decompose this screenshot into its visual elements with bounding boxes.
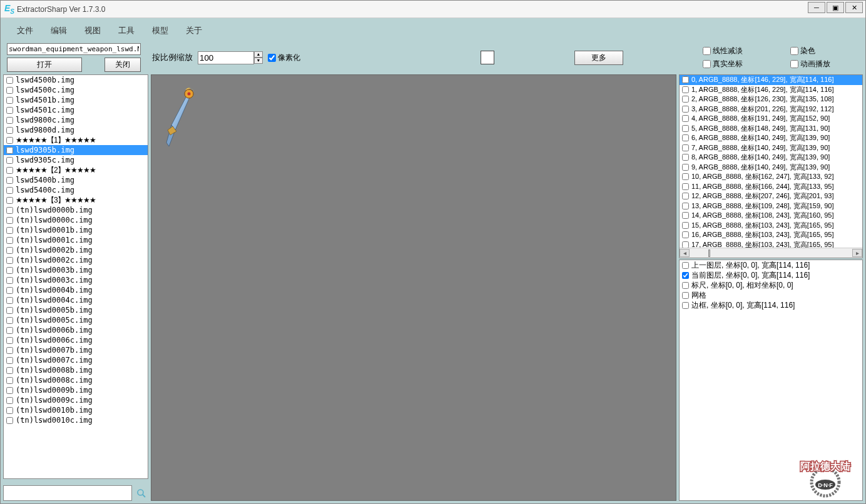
file-checkbox[interactable]: [6, 397, 13, 404]
file-checkbox[interactable]: [6, 167, 13, 174]
frame-row[interactable]: 2, ARGB_8888, 坐标[126, 230], 宽高[135, 108]: [680, 94, 862, 104]
file-checkbox[interactable]: [6, 297, 13, 304]
file-checkbox[interactable]: [6, 267, 13, 274]
scale-spinner[interactable]: ▲▼: [198, 51, 263, 64]
file-checkbox[interactable]: [6, 367, 13, 374]
canvas[interactable]: [151, 74, 676, 501]
layer-checkbox[interactable]: [682, 292, 689, 299]
file-row[interactable]: ★★★★★【2】★★★★★: [4, 165, 148, 175]
file-checkbox[interactable]: [6, 387, 13, 394]
file-row[interactable]: (tn)lswd0003c.img: [4, 275, 148, 285]
scale-down-icon[interactable]: ▼: [254, 58, 263, 64]
frame-row[interactable]: 8, ARGB_8888, 坐标[140, 249], 宽高[139, 90]: [680, 153, 862, 163]
file-row[interactable]: (tn)lswd0006b.img: [4, 325, 148, 335]
frame-row[interactable]: 15, ARGB_8888, 坐标[103, 243], 宽高[165, 95]: [680, 221, 862, 231]
file-row[interactable]: (tn)lswd0009c.img: [4, 395, 148, 405]
file-row[interactable]: lswd5400c.img: [4, 185, 148, 195]
frame-checkbox[interactable]: [682, 183, 689, 190]
minimize-button[interactable]: ─: [808, 2, 825, 13]
file-checkbox[interactable]: [6, 307, 13, 314]
file-checkbox[interactable]: [6, 97, 13, 104]
file-checkbox[interactable]: [6, 417, 13, 424]
file-row[interactable]: lswd9305b.img: [4, 145, 148, 155]
frame-row[interactable]: 6, ARGB_8888, 坐标[140, 249], 宽高[139, 90]: [680, 133, 862, 143]
file-checkbox[interactable]: [6, 127, 13, 134]
frame-checkbox[interactable]: [682, 96, 689, 103]
file-checkbox[interactable]: [6, 137, 13, 144]
frame-checkbox[interactable]: [682, 164, 689, 171]
open-button[interactable]: 打开: [7, 58, 82, 72]
frame-row[interactable]: 4, ARGB_8888, 坐标[191, 249], 宽高[152, 90]: [680, 114, 862, 124]
frame-row[interactable]: 13, ARGB_8888, 坐标[109, 248], 宽高[159, 90]: [680, 201, 862, 211]
file-row[interactable]: (tn)lswd0003b.img: [4, 265, 148, 275]
file-checkbox[interactable]: [6, 187, 13, 194]
file-checkbox[interactable]: [6, 407, 13, 414]
file-checkbox[interactable]: [6, 107, 13, 114]
close-window-button[interactable]: ✕: [845, 2, 863, 13]
real-coord-checkbox[interactable]: 真实坐标: [703, 59, 772, 69]
frame-checkbox[interactable]: [682, 154, 689, 161]
file-checkbox[interactable]: [6, 327, 13, 334]
frame-checkbox[interactable]: [682, 125, 689, 132]
frame-list-hscroll[interactable]: ◂ ▸: [680, 248, 862, 258]
close-button[interactable]: 关闭: [104, 58, 141, 72]
file-checkbox[interactable]: [6, 357, 13, 364]
frame-checkbox[interactable]: [682, 115, 689, 122]
frame-row[interactable]: 9, ARGB_8888, 坐标[140, 249], 宽高[139, 90]: [680, 163, 862, 173]
file-row[interactable]: (tn)lswd0000b.img: [4, 205, 148, 215]
file-row[interactable]: lswd4501c.img: [4, 105, 148, 115]
file-checkbox[interactable]: [6, 177, 13, 184]
maximize-button[interactable]: ▣: [827, 2, 844, 13]
frame-checkbox[interactable]: [682, 203, 689, 209]
anim-play-checkbox[interactable]: 动画播放: [790, 59, 859, 69]
frame-checkbox[interactable]: [682, 193, 689, 199]
file-checkbox[interactable]: [6, 237, 13, 244]
file-checkbox[interactable]: [6, 257, 13, 264]
layer-row[interactable]: 网格: [680, 290, 862, 300]
frame-row[interactable]: 5, ARGB_8888, 坐标[148, 249], 宽高[131, 90]: [680, 124, 862, 134]
frame-checkbox[interactable]: [682, 86, 689, 93]
file-checkbox[interactable]: [6, 247, 13, 254]
file-checkbox[interactable]: [6, 377, 13, 384]
file-row[interactable]: (tn)lswd0010b.img: [4, 405, 148, 415]
file-row[interactable]: (tn)lswd0008c.img: [4, 375, 148, 385]
file-row[interactable]: (tn)lswd0006c.img: [4, 335, 148, 345]
file-row[interactable]: (tn)lswd0002b.img: [4, 245, 148, 255]
file-row[interactable]: ★★★★★【1】★★★★★: [4, 135, 148, 145]
file-row[interactable]: (tn)lswd0001c.img: [4, 235, 148, 245]
file-checkbox[interactable]: [6, 337, 13, 344]
frame-row[interactable]: 0, ARGB_8888, 坐标[146, 229], 宽高[114, 116]: [680, 75, 862, 85]
path-input[interactable]: [7, 43, 141, 55]
file-checkbox[interactable]: [6, 117, 13, 124]
menu-model[interactable]: 模型: [143, 23, 177, 38]
pixelate-checkbox[interactable]: 像素化: [268, 53, 300, 63]
file-row[interactable]: (tn)lswd0008b.img: [4, 365, 148, 375]
frame-row[interactable]: 1, ARGB_8888, 坐标[146, 229], 宽高[114, 116]: [680, 85, 862, 95]
file-checkbox[interactable]: [6, 157, 13, 164]
file-row[interactable]: (tn)lswd0007b.img: [4, 345, 148, 355]
file-checkbox[interactable]: [6, 147, 13, 154]
file-row[interactable]: (tn)lswd0005b.img: [4, 305, 148, 315]
search-input[interactable]: [3, 485, 132, 501]
frame-row[interactable]: 12, ARGB_8888, 坐标[207, 246], 宽高[201, 93]: [680, 191, 862, 201]
more-button[interactable]: 更多: [574, 51, 623, 65]
file-checkbox[interactable]: [6, 227, 13, 234]
file-checkbox[interactable]: [6, 197, 13, 204]
color-swatch[interactable]: [481, 51, 494, 64]
frame-checkbox[interactable]: [682, 222, 689, 229]
dye-checkbox[interactable]: 染色: [790, 46, 859, 56]
scroll-right-icon[interactable]: ▸: [852, 249, 862, 257]
menu-edit[interactable]: 编辑: [42, 23, 76, 38]
frame-row[interactable]: 10, ARGB_8888, 坐标[162, 247], 宽高[133, 92]: [680, 172, 862, 182]
frame-row[interactable]: 17, ARGB_8888, 坐标[103, 243], 宽高[165, 95]: [680, 240, 862, 248]
frame-row[interactable]: 16, ARGB_8888, 坐标[103, 243], 宽高[165, 95]: [680, 230, 862, 240]
file-row[interactable]: ★★★★★【3】★★★★★: [4, 195, 148, 205]
file-row[interactable]: (tn)lswd0004b.img: [4, 285, 148, 295]
file-row[interactable]: (tn)lswd0005c.img: [4, 315, 148, 325]
frame-row[interactable]: 7, ARGB_8888, 坐标[140, 249], 宽高[139, 90]: [680, 143, 862, 153]
file-row[interactable]: (tn)lswd0010c.img: [4, 415, 148, 425]
file-row[interactable]: lswd9305c.img: [4, 155, 148, 165]
layer-checkbox[interactable]: [682, 302, 689, 309]
frame-checkbox[interactable]: [682, 76, 689, 83]
layer-row[interactable]: 标尺, 坐标[0, 0], 相对坐标[0, 0]: [680, 280, 862, 290]
